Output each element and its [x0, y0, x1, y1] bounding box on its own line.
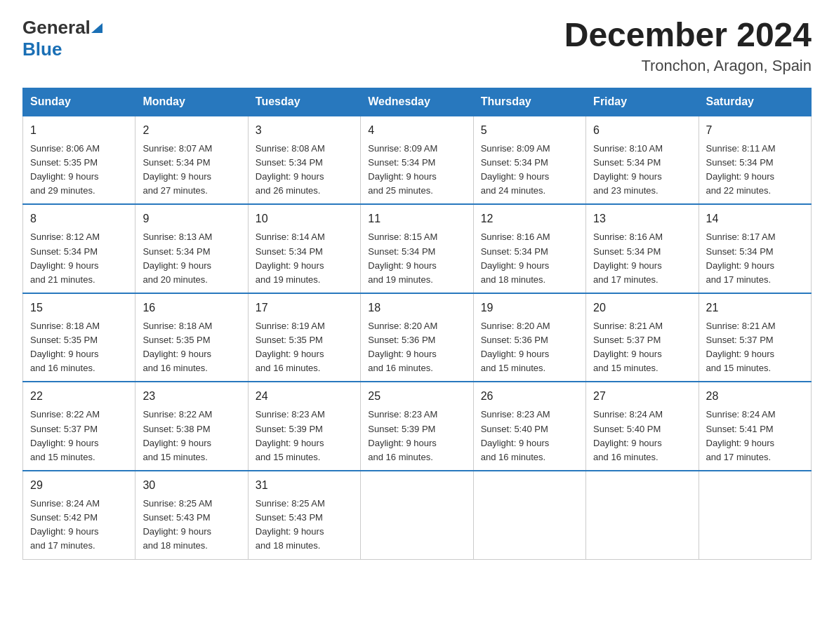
table-row: 1Sunrise: 8:06 AMSunset: 5:35 PMDaylight… [23, 116, 135, 205]
day-number: 30 [143, 477, 240, 494]
calendar-table: Sunday Monday Tuesday Wednesday Thursday… [22, 88, 812, 560]
day-info: Sunrise: 8:16 AMSunset: 5:34 PMDaylight:… [593, 230, 691, 287]
table-row: 3Sunrise: 8:08 AMSunset: 5:34 PMDaylight… [248, 116, 360, 205]
table-row: 5Sunrise: 8:09 AMSunset: 5:34 PMDaylight… [473, 116, 585, 205]
col-saturday: Saturday [699, 88, 811, 116]
logo: General Blue [22, 17, 103, 60]
table-row: 23Sunrise: 8:22 AMSunset: 5:38 PMDayligh… [135, 382, 248, 471]
table-row [361, 471, 473, 559]
day-info: Sunrise: 8:09 AMSunset: 5:34 PMDaylight:… [368, 142, 465, 199]
day-info: Sunrise: 8:06 AMSunset: 5:35 PMDaylight:… [30, 142, 128, 199]
table-row: 13Sunrise: 8:16 AMSunset: 5:34 PMDayligh… [586, 204, 699, 293]
day-number: 4 [368, 122, 465, 139]
table-row: 27Sunrise: 8:24 AMSunset: 5:40 PMDayligh… [586, 382, 699, 471]
table-row: 29Sunrise: 8:24 AMSunset: 5:42 PMDayligh… [23, 471, 135, 559]
calendar-week-row: 22Sunrise: 8:22 AMSunset: 5:37 PMDayligh… [23, 382, 812, 471]
table-row: 21Sunrise: 8:21 AMSunset: 5:37 PMDayligh… [699, 293, 811, 382]
day-number: 3 [256, 122, 353, 139]
table-row: 17Sunrise: 8:19 AMSunset: 5:35 PMDayligh… [248, 293, 360, 382]
table-row: 19Sunrise: 8:20 AMSunset: 5:36 PMDayligh… [473, 293, 585, 382]
day-number: 12 [481, 210, 578, 227]
logo-triangle-icon [91, 20, 102, 36]
calendar-week-row: 1Sunrise: 8:06 AMSunset: 5:35 PMDaylight… [23, 116, 812, 205]
title-area: December 2024 Tronchon, Aragon, Spain [564, 17, 812, 75]
day-info: Sunrise: 8:15 AMSunset: 5:34 PMDaylight:… [368, 230, 465, 287]
day-info: Sunrise: 8:20 AMSunset: 5:36 PMDaylight:… [481, 319, 578, 376]
day-number: 17 [256, 300, 353, 316]
day-info: Sunrise: 8:24 AMSunset: 5:42 PMDaylight:… [30, 497, 128, 554]
table-row: 10Sunrise: 8:14 AMSunset: 5:34 PMDayligh… [248, 204, 360, 293]
table-row: 12Sunrise: 8:16 AMSunset: 5:34 PMDayligh… [473, 204, 585, 293]
day-info: Sunrise: 8:21 AMSunset: 5:37 PMDaylight:… [706, 319, 804, 376]
day-number: 14 [706, 210, 804, 227]
day-info: Sunrise: 8:13 AMSunset: 5:34 PMDaylight:… [143, 230, 240, 287]
day-info: Sunrise: 8:23 AMSunset: 5:40 PMDaylight:… [481, 408, 578, 464]
calendar-week-row: 8Sunrise: 8:12 AMSunset: 5:34 PMDaylight… [23, 204, 812, 293]
day-info: Sunrise: 8:23 AMSunset: 5:39 PMDaylight:… [256, 408, 353, 464]
day-info: Sunrise: 8:10 AMSunset: 5:34 PMDaylight:… [593, 142, 691, 199]
day-number: 15 [30, 300, 128, 316]
day-number: 21 [706, 300, 804, 316]
day-number: 26 [481, 388, 578, 405]
day-number: 11 [368, 210, 465, 227]
table-row: 9Sunrise: 8:13 AMSunset: 5:34 PMDaylight… [135, 204, 248, 293]
svg-marker-0 [91, 23, 102, 33]
day-number: 7 [706, 122, 804, 139]
col-monday: Monday [135, 88, 248, 116]
day-info: Sunrise: 8:24 AMSunset: 5:40 PMDaylight:… [593, 408, 691, 464]
table-row: 7Sunrise: 8:11 AMSunset: 5:34 PMDaylight… [699, 116, 811, 205]
calendar-body: 1Sunrise: 8:06 AMSunset: 5:35 PMDaylight… [23, 116, 812, 559]
col-wednesday: Wednesday [361, 88, 473, 116]
table-row: 22Sunrise: 8:22 AMSunset: 5:37 PMDayligh… [23, 382, 135, 471]
col-tuesday: Tuesday [248, 88, 360, 116]
table-row: 30Sunrise: 8:25 AMSunset: 5:43 PMDayligh… [135, 471, 248, 559]
day-number: 16 [143, 300, 240, 316]
table-row: 18Sunrise: 8:20 AMSunset: 5:36 PMDayligh… [361, 293, 473, 382]
logo-general: General [22, 17, 91, 39]
table-row: 16Sunrise: 8:18 AMSunset: 5:35 PMDayligh… [135, 293, 248, 382]
calendar-subtitle: Tronchon, Aragon, Spain [564, 57, 812, 75]
table-row: 2Sunrise: 8:07 AMSunset: 5:34 PMDaylight… [135, 116, 248, 205]
day-number: 28 [706, 388, 804, 405]
col-sunday: Sunday [23, 88, 135, 116]
day-number: 24 [256, 388, 353, 405]
table-row: 8Sunrise: 8:12 AMSunset: 5:34 PMDaylight… [23, 204, 135, 293]
table-row: 24Sunrise: 8:23 AMSunset: 5:39 PMDayligh… [248, 382, 360, 471]
day-info: Sunrise: 8:12 AMSunset: 5:34 PMDaylight:… [30, 230, 128, 287]
day-info: Sunrise: 8:07 AMSunset: 5:34 PMDaylight:… [143, 142, 240, 199]
logo-blue: Blue [22, 39, 62, 60]
calendar-header-row: Sunday Monday Tuesday Wednesday Thursday… [23, 88, 812, 116]
day-number: 19 [481, 300, 578, 316]
day-number: 23 [143, 388, 240, 405]
day-info: Sunrise: 8:09 AMSunset: 5:34 PMDaylight:… [481, 142, 578, 199]
day-info: Sunrise: 8:14 AMSunset: 5:34 PMDaylight:… [256, 230, 353, 287]
day-info: Sunrise: 8:17 AMSunset: 5:34 PMDaylight:… [706, 230, 804, 287]
day-info: Sunrise: 8:18 AMSunset: 5:35 PMDaylight:… [30, 319, 128, 376]
calendar-title: December 2024 [564, 17, 812, 54]
table-row [699, 471, 811, 559]
day-info: Sunrise: 8:22 AMSunset: 5:37 PMDaylight:… [30, 408, 128, 464]
day-info: Sunrise: 8:11 AMSunset: 5:34 PMDaylight:… [706, 142, 804, 199]
day-number: 27 [593, 388, 691, 405]
day-number: 10 [256, 210, 353, 227]
day-number: 18 [368, 300, 465, 316]
day-number: 31 [256, 477, 353, 494]
day-info: Sunrise: 8:20 AMSunset: 5:36 PMDaylight:… [368, 319, 465, 376]
day-number: 22 [30, 388, 128, 405]
day-number: 5 [481, 122, 578, 139]
table-row: 11Sunrise: 8:15 AMSunset: 5:34 PMDayligh… [361, 204, 473, 293]
calendar-week-row: 15Sunrise: 8:18 AMSunset: 5:35 PMDayligh… [23, 293, 812, 382]
day-info: Sunrise: 8:21 AMSunset: 5:37 PMDaylight:… [593, 319, 691, 376]
day-info: Sunrise: 8:25 AMSunset: 5:43 PMDaylight:… [143, 497, 240, 554]
day-number: 25 [368, 388, 465, 405]
day-number: 1 [30, 122, 128, 139]
table-row: 28Sunrise: 8:24 AMSunset: 5:41 PMDayligh… [699, 382, 811, 471]
day-info: Sunrise: 8:24 AMSunset: 5:41 PMDaylight:… [706, 408, 804, 464]
calendar-week-row: 29Sunrise: 8:24 AMSunset: 5:42 PMDayligh… [23, 471, 812, 559]
day-number: 29 [30, 477, 128, 494]
page-header: General Blue December 2024 Tronchon, Ara… [22, 17, 812, 75]
day-number: 6 [593, 122, 691, 139]
day-number: 9 [143, 210, 240, 227]
table-row: 26Sunrise: 8:23 AMSunset: 5:40 PMDayligh… [473, 382, 585, 471]
day-info: Sunrise: 8:16 AMSunset: 5:34 PMDaylight:… [481, 230, 578, 287]
